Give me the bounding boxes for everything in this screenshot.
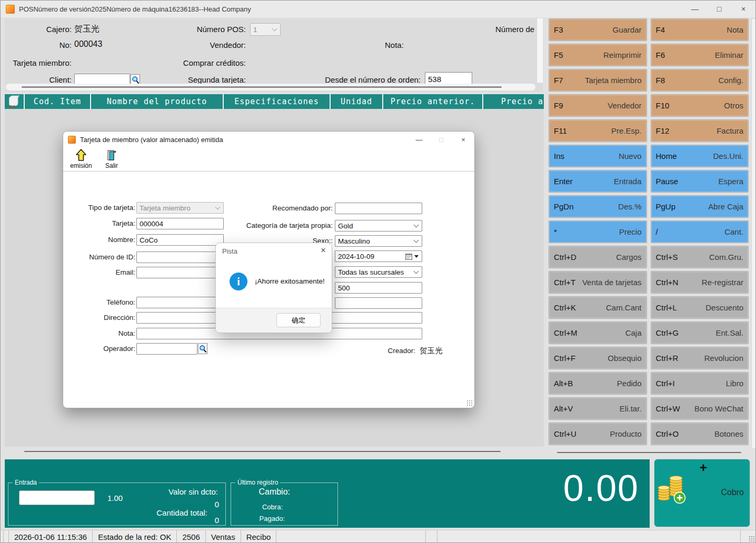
- close-icon[interactable]: ×: [731, 1, 755, 17]
- text-field[interactable]: 000004: [136, 218, 224, 229]
- keypad-key: Pause: [656, 177, 679, 186]
- minimize-icon[interactable]: —: [683, 1, 707, 17]
- keypad-button-f7[interactable]: F7Tarjeta miembro: [549, 69, 647, 92]
- pos-number-select[interactable]: 1: [250, 23, 281, 36]
- keypad-key: F7: [554, 76, 563, 85]
- keypad-button-ctrlk[interactable]: Ctrl+KCam.Cant: [549, 296, 647, 319]
- text-field[interactable]: 500: [335, 282, 422, 294]
- comprar-creditos-label: Comprar créditos:: [183, 58, 246, 67]
- keypad-button-pause[interactable]: PauseEspera: [651, 170, 749, 193]
- keypad-button-pgup[interactable]: PgUpAbre Caja: [651, 195, 749, 218]
- keypad-button-altv[interactable]: Alt+VEli.tar.: [549, 397, 647, 420]
- dialog-resize-grip[interactable]: [466, 400, 473, 406]
- column-header[interactable]: Precio actual: [483, 94, 544, 109]
- keypad-button-ctrls[interactable]: Ctrl+SCom.Gru.: [651, 246, 749, 268]
- date-field[interactable]: 2024-10-09: [335, 250, 422, 262]
- keypad-button-ctrlw[interactable]: Ctrl+WBono WeChat: [651, 397, 749, 420]
- keypad-button-f9[interactable]: F9Vendedor: [549, 94, 647, 117]
- keypad-key: F6: [656, 51, 665, 59]
- keypad-key: Ctrl+S: [656, 253, 678, 262]
- keypad-key: F8: [656, 76, 665, 85]
- keypad-button-f5[interactable]: F5Reimprimir: [549, 44, 647, 66]
- close-icon[interactable]: ×: [321, 245, 326, 256]
- keypad-button-ctrld[interactable]: Ctrl+DCargos: [549, 246, 647, 268]
- text-field[interactable]: [335, 297, 422, 309]
- cantidad-total-label: Cantidad total:: [156, 508, 207, 517]
- dropdown-arrow-icon: [414, 255, 419, 258]
- creador-label: Creador:: [387, 347, 415, 355]
- resize-grip[interactable]: [741, 530, 756, 543]
- ok-button[interactable]: 确定: [276, 313, 321, 327]
- column-header[interactable]: Especificaciones: [224, 94, 331, 109]
- keypad-button-f4[interactable]: F4Nota: [651, 18, 749, 41]
- keypad-button-ctrll[interactable]: Ctrl+LDescuento: [651, 296, 749, 319]
- select-field[interactable]: Tarjeta miembro: [136, 202, 224, 214]
- operator-search-button[interactable]: [198, 343, 207, 354]
- ultimo-registro-groupbox: Último registro Cambio: Cobra: Pagado:: [231, 482, 338, 526]
- keypad-button-ctrlu[interactable]: Ctrl+UProducto: [549, 423, 647, 445]
- total-amount: 0.00: [563, 470, 639, 507]
- cajero-value: 贺玉光: [74, 24, 100, 35]
- popup-footer: 确定: [216, 308, 332, 333]
- keypad-button-ctrlg[interactable]: Ctrl+GEnt.Sal.: [651, 321, 749, 344]
- column-header[interactable]: Unidad: [331, 94, 383, 109]
- keypad-button-ctrli[interactable]: Ctrl+ILibro: [651, 372, 749, 395]
- keypad-button-f3[interactable]: F3Guardar: [549, 18, 647, 41]
- keypad-button-f11[interactable]: F11Pre.Esp.: [549, 119, 647, 142]
- main-horizontal-scrollbar[interactable]: [24, 451, 501, 452]
- keypad-label: Cant.: [724, 228, 743, 236]
- keypad-button-ctrlr[interactable]: Ctrl+RRevolucion: [651, 347, 749, 369]
- keypad-key: Alt+B: [554, 379, 573, 388]
- popup-message: ¡Ahorre exitosamente!: [255, 277, 325, 285]
- select-field[interactable]: Masculino: [335, 235, 422, 247]
- keypad-button-f12[interactable]: F12Factura: [651, 119, 749, 142]
- select-field[interactable]: Todas las sucursales: [335, 266, 422, 278]
- keypad-button-altb[interactable]: Alt+BPedido: [549, 372, 647, 395]
- keypad-button-enter[interactable]: EnterEntrada: [549, 170, 647, 193]
- cobro-button[interactable]: + Cobro: [654, 459, 750, 527]
- keypad-button-f8[interactable]: F8Config.: [651, 69, 749, 92]
- status-segment: [437, 530, 741, 543]
- status-network: Estado de la red: OK: [93, 530, 177, 543]
- keypad-vertical-scrollbar[interactable]: [751, 18, 756, 449]
- keypad-button-f10[interactable]: F10Otros: [651, 94, 749, 117]
- chevron-down-icon: [272, 26, 277, 32]
- window-title: POSNúmero de versión2025Número de máquin…: [19, 5, 251, 13]
- keypad-label: Bono WeChat: [694, 405, 743, 413]
- text-field[interactable]: [136, 343, 197, 355]
- entrada-input[interactable]: [19, 490, 95, 505]
- keypad-label: Otros: [724, 102, 743, 110]
- scrollbar-thumb[interactable]: [22, 86, 502, 88]
- text-field[interactable]: [335, 203, 422, 214]
- search-icon: [199, 345, 207, 353]
- keypad-button-pgdn[interactable]: PgDnDes.%: [549, 195, 647, 218]
- keypad-button-sym16[interactable]: *Precio: [549, 220, 647, 243]
- keypad-button-ins[interactable]: InsNuevo: [549, 145, 647, 167]
- no-value: 000043: [74, 39, 102, 49]
- column-header[interactable]: Nombre del producto: [91, 94, 224, 109]
- status-segment: [426, 530, 437, 543]
- keypad-button-ctrlo[interactable]: Ctrl+OBotones: [651, 423, 749, 445]
- keypad-label: Config.: [718, 76, 743, 85]
- keypad-horizontal-scrollbar[interactable]: [557, 452, 741, 453]
- keypad-button-ctrlm[interactable]: Ctrl+MCaja: [549, 321, 647, 344]
- column-header[interactable]: Precio anterior.: [383, 94, 483, 109]
- keypad-button-ctrlf[interactable]: Ctrl+FObsequio: [549, 347, 647, 369]
- select-field[interactable]: Gold: [335, 220, 422, 232]
- keypad-button-home[interactable]: HomeDes.Uni.: [651, 145, 749, 167]
- form-vertical-scrollbar[interactable]: [536, 18, 543, 83]
- keypad-label: Ent.Sal.: [715, 329, 743, 337]
- keypad-key: Ctrl+G: [656, 328, 679, 337]
- maximize-icon[interactable]: □: [707, 1, 731, 17]
- field-value: Gold: [338, 222, 414, 230]
- keypad-button-sym17[interactable]: /Cant.: [651, 220, 749, 243]
- cobro-label: Cobro: [721, 488, 744, 497]
- form-horizontal-scrollbar[interactable]: [6, 84, 535, 91]
- text-field[interactable]: CoCo: [136, 234, 224, 246]
- column-header[interactable]: Cod. Item: [25, 94, 91, 109]
- keypad-button-ctrlt[interactable]: Ctrl+TVenta de tarjetas: [549, 271, 647, 294]
- keypad-button-ctrln[interactable]: Ctrl+NRe-registrar: [651, 271, 749, 294]
- keypad-button-f6[interactable]: F6Eliminar: [651, 44, 749, 66]
- keypad-label: Nuevo: [619, 152, 641, 160]
- keypad-label: Des.Uni.: [713, 152, 743, 160]
